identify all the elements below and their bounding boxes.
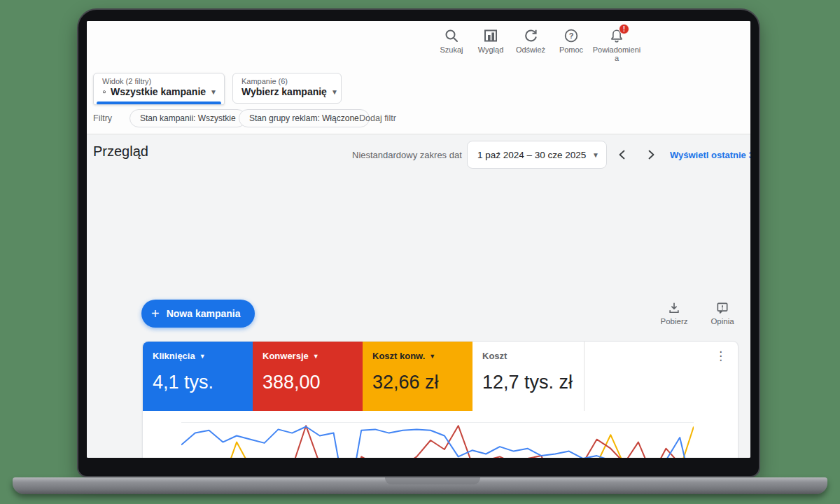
feedback-icon: [715, 301, 729, 315]
performance-chart: 30 wrz 2024 30 cze 2025: [181, 422, 694, 458]
download-label: Pobierz: [661, 317, 688, 326]
help-button[interactable]: ? Pomoc: [551, 28, 592, 54]
refresh-icon: [523, 28, 538, 43]
screen: Szukaj Wygląd Odśwież ? Pomoc !: [87, 21, 750, 458]
refresh-button[interactable]: Odśwież: [510, 28, 551, 54]
scorecard-cost-per-conversion-label: Koszt konw.: [372, 351, 425, 361]
scorecard-conversions[interactable]: Konwersje▼ 388,00: [253, 342, 363, 411]
notifications-button[interactable]: ! Powiadomienia: [592, 28, 642, 62]
scorecard-conversions-value: 388,00: [262, 372, 353, 393]
download-icon: [667, 301, 681, 315]
scorecard-clicks[interactable]: Kliknięcia▼ 4,1 tys.: [143, 342, 253, 411]
date-range-selector[interactable]: 1 paź 2024 – 30 cze 2025 ▼: [467, 141, 607, 169]
search-icon: [444, 28, 459, 43]
overview-card-menu-button[interactable]: ⋮: [715, 350, 727, 363]
caret-down-icon: ▼: [200, 353, 206, 360]
chevron-down-icon: ▼: [210, 88, 217, 96]
home-icon: [102, 86, 106, 97]
appearance-label: Wygląd: [478, 46, 504, 54]
chevron-down-icon: ▼: [331, 88, 338, 96]
view-selector-label: Widok (2 filtry): [102, 77, 217, 85]
date-range-label: Niestandardowy zakres dat: [352, 150, 462, 160]
scorecard-clicks-label: Kliknięcia: [153, 351, 195, 361]
campaign-selector-value: Wybierz kampanię: [241, 86, 327, 97]
laptop-base: [13, 477, 827, 494]
search-label: Szukaj: [440, 46, 463, 54]
view-selector-value: Wszystkie kampanie: [111, 86, 206, 97]
notification-badge: !: [619, 24, 629, 34]
search-button[interactable]: Szukaj: [432, 28, 471, 54]
help-icon: ?: [564, 28, 579, 43]
view-selector-dropdown[interactable]: Widok (2 filtry) Wszystkie kampanie ▼: [93, 73, 225, 105]
filters-title: Filtry: [93, 113, 112, 123]
add-filter-button[interactable]: Dodaj filtr: [359, 113, 396, 123]
notifications-label: Powiadomienia: [592, 46, 641, 62]
filter-chip-adgroup-status[interactable]: Stan grupy reklam: Włączone: [239, 109, 370, 127]
date-range-value: 1 paź 2024 – 30 cze 2025: [477, 150, 586, 160]
show-last-30-link[interactable]: Wyświetl ostatnie 30: [670, 150, 750, 160]
chevron-down-icon: ▼: [592, 151, 599, 159]
appearance-chart-icon: [483, 28, 498, 43]
caret-down-icon: ▼: [313, 353, 319, 360]
overview-card: Kliknięcia▼ 4,1 tys. Konwersje▼ 388,00 K…: [142, 341, 738, 458]
notifications-bell-icon: !: [609, 28, 624, 43]
scorecard-row: Kliknięcia▼ 4,1 tys. Konwersje▼ 388,00 K…: [143, 342, 584, 411]
overview-content: Przegląd Niestandardowy zakres dat 1 paź…: [87, 134, 750, 458]
feedback-button[interactable]: Opinia: [701, 301, 744, 326]
new-campaign-button[interactable]: + Nowa kampania: [141, 300, 255, 328]
chart-lines: [181, 422, 694, 458]
chevron-left-icon: [617, 149, 628, 160]
scorecard-cost-per-conversion[interactable]: Koszt konw.▼ 32,66 zł: [363, 342, 472, 411]
scorecard-clicks-value: 4,1 tys.: [153, 372, 243, 393]
next-period-button[interactable]: [642, 146, 660, 164]
scorecard-cost-per-conversion-value: 32,66 zł: [372, 372, 463, 393]
page-title: Przegląd: [93, 144, 148, 160]
scorecard-conversions-label: Konwersje: [262, 351, 309, 361]
scorecard-cost: Koszt▼ 12,7 tys. zł: [472, 342, 584, 411]
scorecard-cost-value: 12,7 tys. zł: [482, 372, 574, 393]
laptop-base-notch: [385, 477, 480, 484]
campaign-selector-dropdown[interactable]: Kampanie (6) Wybierz kampanię ▼: [232, 73, 342, 104]
svg-text:?: ?: [569, 31, 574, 40]
campaign-selector-label: Kampanie (6): [241, 77, 334, 85]
chevron-right-icon: [645, 149, 657, 160]
caret-down-icon: ▼: [429, 353, 435, 360]
filter-chip-campaign-status[interactable]: Stan kampanii: Wszystkie: [130, 109, 246, 127]
previous-period-button[interactable]: [613, 146, 631, 164]
refresh-label: Odśwież: [516, 46, 545, 54]
download-button[interactable]: Pobierz: [652, 301, 696, 326]
new-campaign-label: Nowa kampania: [167, 308, 241, 319]
help-label: Pomoc: [559, 46, 583, 54]
plus-icon: +: [151, 307, 160, 321]
view-selector-accent-bar: [97, 102, 221, 104]
appearance-button[interactable]: Wygląd: [471, 28, 510, 54]
feedback-label: Opinia: [710, 317, 734, 326]
scorecard-cost-label: Koszt: [482, 351, 507, 361]
